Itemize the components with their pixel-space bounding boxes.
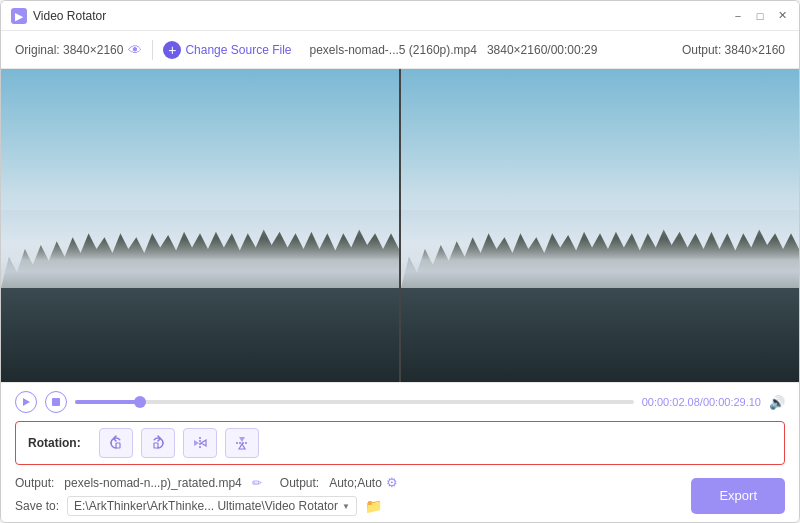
output-filename: pexels-nomad-n...p)_ratated.mp4 [64, 476, 241, 490]
change-source-label: Change Source File [185, 43, 291, 57]
original-info: Original: 3840×2160 👁 [15, 42, 142, 58]
rotate-left-button[interactable] [99, 428, 133, 458]
output-save-rows: Output: pexels-nomad-n...p)_ratated.mp4 … [15, 475, 681, 516]
flip-horizontal-button[interactable] [183, 428, 217, 458]
output-info: Output: 3840×2160 [682, 43, 785, 57]
app-icon: ▶ [11, 8, 27, 24]
svg-rect-3 [116, 443, 120, 448]
close-button[interactable]: ✕ [775, 9, 789, 23]
toolbar: Original: 3840×2160 👁 + Change Source Fi… [1, 31, 799, 69]
rotation-row: Rotation: [15, 421, 785, 465]
svg-marker-2 [23, 398, 30, 406]
time-total: 00:00:29.10 [703, 396, 761, 408]
time-display: 00:00:02.08/00:00:29.10 [642, 396, 761, 408]
file-meta: 3840×2160/00:00:29 [487, 43, 597, 57]
volume-icon[interactable]: 🔊 [769, 395, 785, 410]
fog-layer [1, 238, 399, 294]
main-window: ▶ Video Rotator − □ ✕ Original: 3840×216… [0, 0, 800, 523]
bottom-rows: Output: pexels-nomad-n...p)_ratated.mp4 … [15, 475, 785, 516]
eye-icon[interactable]: 👁 [128, 42, 142, 58]
video-panel-right [399, 69, 799, 382]
folder-icon[interactable]: 📁 [365, 498, 382, 514]
maximize-button[interactable]: □ [753, 9, 767, 23]
save-path: E:\ArkThinker\ArkThinke... Ultimate\Vide… [74, 499, 338, 513]
video-preview-left [1, 69, 399, 382]
window-title: Video Rotator [33, 9, 106, 23]
playback-row: 00:00:02.08/00:00:29.10 🔊 [15, 391, 785, 413]
stop-square-icon [52, 398, 60, 406]
title-bar: ▶ Video Rotator − □ ✕ [1, 1, 799, 31]
divider [152, 40, 153, 60]
output2-label: Output: [280, 476, 319, 490]
add-circle-icon: + [163, 41, 181, 59]
change-source-button[interactable]: + Change Source File [163, 41, 291, 59]
export-area: Export [691, 475, 785, 516]
original-label: Original: 3840×2160 [15, 43, 123, 57]
rotation-label: Rotation: [28, 436, 81, 450]
svg-text:▶: ▶ [15, 11, 24, 22]
save-path-select[interactable]: E:\ArkThinker\ArkThinke... Ultimate\Vide… [67, 496, 357, 516]
rotate-right-button[interactable] [141, 428, 175, 458]
chevron-down-icon: ▼ [342, 502, 350, 511]
progress-bar[interactable] [75, 400, 634, 404]
output-auto: Auto;Auto ⚙ [329, 475, 398, 490]
minimize-button[interactable]: − [731, 9, 745, 23]
filename-label: pexels-nomad-...5 (2160p).mp4 [309, 43, 476, 57]
time-current: 00:00:02.08 [642, 396, 700, 408]
stop-button[interactable] [45, 391, 67, 413]
flip-vertical-button[interactable] [225, 428, 259, 458]
dark-bottom [1, 288, 399, 382]
video-panel-left [1, 69, 399, 382]
export-button[interactable]: Export [691, 478, 785, 514]
svg-rect-4 [154, 443, 158, 448]
video-preview-right [401, 69, 799, 382]
save-row: Save to: E:\ArkThinker\ArkThinke... Ulti… [15, 496, 681, 516]
title-bar-controls: − □ ✕ [731, 9, 789, 23]
fog-layer-right [401, 238, 799, 294]
play-button[interactable] [15, 391, 37, 413]
gear-icon[interactable]: ⚙ [386, 475, 398, 490]
output-label: Output: [15, 476, 54, 490]
output-row: Output: pexels-nomad-n...p)_ratated.mp4 … [15, 475, 681, 490]
save-label: Save to: [15, 499, 59, 513]
dark-bottom-right [401, 288, 799, 382]
controls-area: 00:00:02.08/00:00:29.10 🔊 Rotation: [1, 382, 799, 522]
video-area [1, 69, 799, 382]
progress-handle[interactable] [134, 396, 146, 408]
progress-bar-fill [75, 400, 140, 404]
edit-icon[interactable]: ✏ [252, 476, 262, 490]
title-bar-left: ▶ Video Rotator [11, 8, 106, 24]
output-auto-text: Auto;Auto [329, 476, 382, 490]
